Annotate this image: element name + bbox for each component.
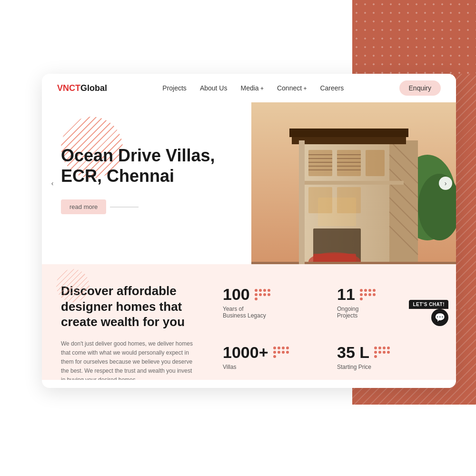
dot [278,351,280,354]
main-card: VNCTGlobal Projects About Us Media Conne… [42,74,456,388]
dot [374,351,377,354]
dot [383,351,386,354]
stat-projects-number: 11 [337,285,355,304]
stat-years-label: Years of Business Legacy [223,306,323,319]
stats-decorative-circle [56,269,89,302]
stat-years-dots [255,289,270,300]
dot [387,347,390,349]
dot [286,347,289,349]
stat-villas: 1000+ [223,343,323,385]
svg-rect-13 [289,129,408,137]
dot [273,351,276,354]
dot [387,351,390,354]
chat-icon: 💬 [435,312,445,323]
stat-villas-row: 1000+ [223,343,323,362]
stat-years-row: 100 [223,285,323,304]
svg-rect-34 [299,140,305,264]
svg-rect-16 [366,150,385,176]
nav-item-connect[interactable]: Connect [277,84,307,92]
hero-readmore-row: read more [61,199,215,214]
stats-grid: 100 Y [223,283,437,385]
svg-rect-27 [299,181,404,185]
dot [374,347,377,349]
stats-headline-line2: designer homes that [61,299,182,314]
dot [364,293,367,296]
stat-price-number: 35 L [337,343,369,362]
dot [268,289,270,292]
nav-item-about[interactable]: About Us [200,84,228,92]
stat-years: 100 Y [223,285,323,334]
stat-years-number: 100 [223,285,250,304]
navbar: VNCTGlobal Projects About Us Media Conne… [42,74,456,102]
hero-section: ‹ Ocean Drive Villas, ECR, Chennai read … [42,102,456,264]
chat-button-group: LET'S CHAT! 💬 [409,300,448,326]
read-more-line [110,207,139,208]
dot [255,293,258,296]
hero-building-image: › [251,102,456,264]
nav-link-connect: Connect [277,84,307,92]
svg-rect-32 [313,254,356,262]
svg-rect-15 [337,150,361,176]
enquiry-button[interactable]: Enquiry [399,80,441,96]
dot [383,347,386,349]
hero-title: Ocean Drive Villas, ECR, Chennai [61,145,215,186]
nav-link-projects: Projects [162,84,187,92]
stats-section: Discover affordable designer homes that … [42,264,456,388]
bg-top-terracotta [352,0,476,76]
hero-title-line2: ECR, Chennai [61,166,174,186]
nav-item-projects[interactable]: Projects [162,84,187,92]
stat-villas-dots [273,347,289,358]
stats-left: Discover affordable designer homes that … [61,283,223,385]
dot [378,351,381,354]
chevron-right-icon: › [445,179,447,187]
dot [286,351,289,354]
chevron-left-button[interactable]: ‹ [46,177,59,190]
dot-pattern-top [352,0,476,76]
dot [255,298,258,300]
dot [360,298,363,300]
svg-rect-14 [308,150,332,176]
dot [360,289,363,292]
dot [282,351,285,354]
dot [259,293,262,296]
stats-inner: Discover affordable designer homes that … [61,283,437,385]
stat-price-row: 35 L [337,343,437,362]
stats-headline-line3: create wealth for you [61,315,185,329]
stat-villas-label: Villas [223,364,323,370]
dot [263,293,266,296]
dot [255,289,258,292]
chevron-left-icon: ‹ [51,179,54,187]
logo[interactable]: VNCTGlobal [57,83,107,93]
dot [378,347,381,349]
dot [374,355,377,358]
svg-rect-35 [318,198,356,226]
hero-title-line1: Ocean Drive Villas, [61,146,215,165]
dot [360,293,363,296]
hero-text-block: Ocean Drive Villas, ECR, Chennai read mo… [61,145,215,214]
dot [373,293,376,296]
nav-link-careers: Careers [320,84,344,92]
chevron-right-button[interactable]: › [439,177,452,190]
logo-rest: Global [80,83,107,93]
stat-price-dots [374,347,390,358]
logo-vnct: VNCT [57,83,80,93]
dot [364,289,367,292]
dot [282,347,285,349]
read-more-button[interactable]: read more [61,199,106,214]
building-svg [251,102,456,264]
dot [278,347,280,349]
bottom-white-bar [42,380,456,388]
stats-body-text: We don't just deliver good homes, we del… [61,339,194,385]
chat-label: LET'S CHAT! [409,300,448,309]
nav-link-about: About Us [200,84,228,92]
stat-projects-dots [360,289,376,300]
stat-price: 35 L [337,343,437,385]
dot [259,289,262,292]
nav-links: Projects About Us Media Connect Careers [162,84,344,92]
chat-circle-button[interactable]: 💬 [431,309,448,326]
nav-item-media[interactable]: Media [240,84,263,92]
dot [273,355,276,358]
nav-item-careers[interactable]: Careers [320,84,344,92]
dot [273,347,276,349]
stat-price-label: Starting Price [337,364,437,370]
